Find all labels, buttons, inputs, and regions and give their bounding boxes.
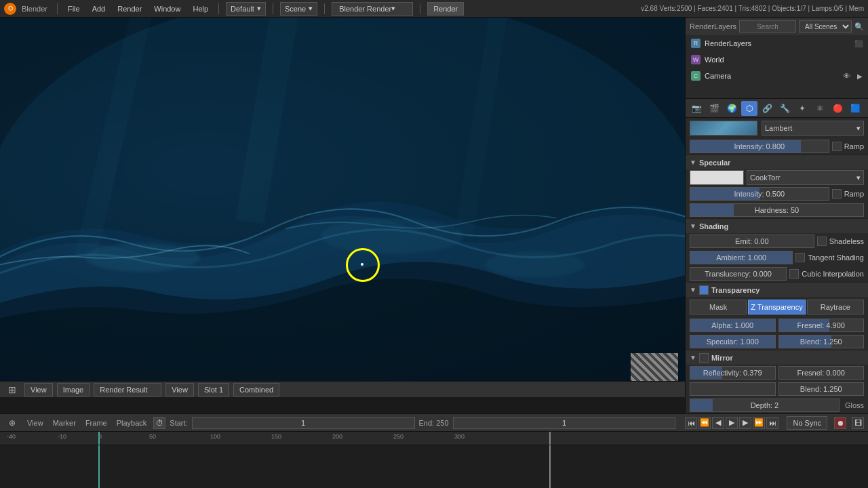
svg-point-2 [85,243,199,272]
cubic-checkbox[interactable] [789,269,799,279]
timeline-tracks[interactable] [0,445,868,488]
menu-help[interactable]: Help [189,3,212,14]
tangent-checkbox[interactable] [795,253,805,262]
viewport-view-btn[interactable]: View [24,383,53,396]
mirror-arrow: ▼ [690,354,696,361]
raytrace-button[interactable]: Raytrace [807,300,864,314]
layout-selector[interactable]: Default ▾ [226,2,266,16]
prop-icon-texture[interactable]: 🟦 [847,101,863,116]
trans-specular-slider[interactable]: Specular: 1.000 [690,335,776,348]
transparency-enabled-checkbox[interactable] [699,285,709,295]
specular-shader-select[interactable]: CookTorr ▾ [747,170,864,185]
play-start-btn[interactable]: ⏮ [685,417,697,429]
anim-btn[interactable]: 🎞 [852,417,864,429]
ramp-checkbox[interactable] [832,142,842,151]
play-end-btn[interactable]: ⏭ [766,417,778,429]
viewport-image-btn[interactable]: Image [57,383,90,396]
outliner-search[interactable]: Search [739,20,796,33]
record-btn[interactable]: ⏺ [834,417,846,429]
specular-intensity-slider[interactable]: Intensity: 0.500 [690,187,829,201]
prop-icon-material[interactable]: 🔴 [829,101,846,116]
material-color-swatch[interactable] [690,121,757,136]
prop-icon-modifier[interactable]: 🔧 [776,101,793,116]
prop-icon-object[interactable]: ⬡ [741,101,757,116]
menu-window[interactable]: Window [151,3,184,14]
next-frame-btn[interactable]: ⏩ [753,417,765,429]
scene-all-select[interactable]: All Scenes [799,20,852,33]
timeline-icon[interactable]: ⊕ [4,415,20,430]
next-btn[interactable]: ▶ [739,417,751,429]
depth-gloss-row: Depth: 2 Gloss [686,397,868,413]
mirror-fresnel-val: Fresnel: 0.000 [779,369,864,377]
mirror-checkbox[interactable] [699,353,709,363]
mirror-swatch[interactable] [690,382,776,396]
mirror-section-header[interactable]: ▼ Mirror [686,350,868,365]
slot-btn[interactable]: Slot 1 [198,383,229,396]
combined-btn[interactable]: Combined [233,383,279,396]
no-sync-btn[interactable]: No Sync [787,416,827,430]
timeline-marker-btn[interactable]: Marker [50,418,79,428]
outliner-item-world[interactable]: W World [686,52,868,68]
material-color-row: Lambert ▾ [686,118,868,138]
specular-section-header[interactable]: ▼ Specular [686,155,868,169]
menu-file[interactable]: File [64,3,83,14]
mirror-blend-slider[interactable]: Blend: 1.250 [778,382,865,396]
translucency-val: Translucency: 0.000 [705,270,772,278]
ambient-slider[interactable]: Ambient: 1.000 [690,251,793,264]
prev-btn[interactable]: ◀ [712,417,724,429]
shading-arrow: ▼ [690,222,696,230]
prop-icon-constraints[interactable]: 🔗 [759,101,775,116]
top-bar: ⬡ Blender File Add Render Window Help De… [0,0,868,18]
prev-frame-btn[interactable]: ⏪ [698,417,711,429]
ztrans-button[interactable]: Z Transparency [748,300,805,314]
outliner-item-camera[interactable]: C Camera 👁 ▶ [686,68,868,84]
scene-selector[interactable]: Scene ▾ [280,2,317,16]
mirror-fresnel-slider[interactable]: Fresnel: 0.000 [778,366,865,380]
view-btn[interactable]: RenderLayers [690,22,736,30]
fresnel-slider[interactable]: Fresnel: 4.900 [778,319,865,332]
camera-view-icon[interactable]: 👁 [843,72,850,80]
engine-selector[interactable]: Blender Render ▾ [332,2,413,16]
reflectivity-slider[interactable]: Reflectivity: 0.379 [690,366,776,380]
prop-icon-world[interactable]: 🌍 [724,101,740,116]
current-frame-slider[interactable]: 1 [453,417,676,429]
prop-icon-scene[interactable]: 🎬 [706,101,722,116]
renderlayers-action-icon[interactable]: ⬛ [854,40,863,47]
render-result-btn[interactable]: Render Result [94,383,161,396]
mask-button[interactable]: Mask [690,300,747,314]
layout-arrow: ▾ [257,4,261,13]
viewport-icon[interactable]: ⊞ [4,382,20,397]
menu-add[interactable]: Add [89,3,109,14]
timeline-view-btn[interactable]: View [24,418,46,428]
start-frame-slider[interactable]: 1 [192,417,415,429]
menu-render[interactable]: Render [114,3,145,14]
timeline-frame-btn[interactable]: Frame [83,418,110,428]
camera-extra-icon[interactable]: ▶ [857,73,863,80]
transparency-section-header[interactable]: ▼ Transparency [686,282,868,297]
prop-icon-render[interactable]: 📷 [688,101,705,116]
viewport[interactable]: ⊞ View Image Render Result View Slot 1 C… [0,18,685,397]
view2-btn[interactable]: View [165,383,194,396]
prop-icon-physics[interactable]: ⚛ [812,101,828,116]
alpha-slider[interactable]: Alpha: 1.000 [690,319,776,332]
search-icon[interactable]: 🔍 [854,22,864,31]
blender-logo[interactable]: ⬡ [4,3,16,15]
play-btn[interactable]: ▶ [726,417,738,429]
shadeless-checkbox[interactable] [817,237,827,246]
depth-slider[interactable]: Depth: 2 [690,399,840,412]
wave-visualization [0,18,685,397]
prop-icon-particles[interactable]: ✦ [794,101,810,116]
shader-select[interactable]: Lambert ▾ [762,121,864,136]
outliner-item-renderlayers[interactable]: R RenderLayers ⬛ [686,35,868,52]
timeline-ctrl-icon[interactable]: ⏱ [153,417,165,429]
timeline-playback-btn[interactable]: Playback [114,418,150,428]
hardness-slider[interactable]: Hardness: 50 [690,203,864,217]
emit-slider[interactable]: Emit: 0.00 [690,235,814,248]
intensity-slider[interactable]: Intensity: 0.800 [690,140,829,153]
blend-slider[interactable]: Blend: 1.250 [778,335,865,348]
shading-section-header[interactable]: ▼ Shading [686,218,868,233]
specular-swatch[interactable] [690,170,744,185]
translucency-slider[interactable]: Translucency: 0.000 [690,267,787,281]
specular-ramp-checkbox[interactable] [832,189,842,199]
render-button[interactable]: Render [427,2,464,16]
